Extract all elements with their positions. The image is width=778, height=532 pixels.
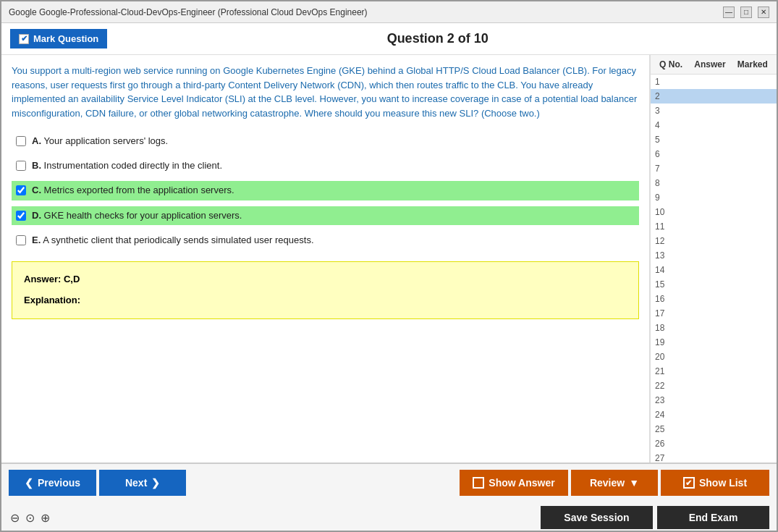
zoom-reset-button[interactable]: ⊙	[24, 510, 36, 526]
q-number: 20	[655, 352, 677, 362]
question-list-item[interactable]: 6	[651, 147, 777, 161]
option-d[interactable]: D. GKE health checks for your applicatio…	[12, 206, 639, 225]
bottom-buttons: Previous Next Show Answer Review ▼ ✔ Sho…	[1, 464, 777, 502]
q-number: 15	[655, 279, 677, 290]
q-number: 5	[655, 135, 677, 145]
q-number: 22	[655, 381, 677, 391]
mark-question-button[interactable]: ✔ Mark Question	[10, 29, 107, 48]
question-list-item[interactable]: 22	[651, 379, 777, 393]
q-number: 11	[655, 221, 677, 232]
option-a-text: A. Your application servers' logs.	[32, 135, 168, 148]
question-list-item[interactable]: 13	[651, 248, 777, 263]
question-list-item[interactable]: 12	[651, 234, 777, 248]
option-d-text: D. GKE health checks for your applicatio…	[32, 209, 242, 222]
bottom-bar: Previous Next Show Answer Review ▼ ✔ Sho…	[1, 463, 777, 532]
zoom-out-button[interactable]: ⊖	[9, 510, 21, 526]
question-list-item[interactable]: 19	[651, 335, 777, 350]
question-list-item[interactable]: 25	[651, 422, 777, 436]
maximize-button[interactable]: □	[740, 7, 752, 18]
option-b[interactable]: B. Instrumentation coded directly in the…	[12, 156, 639, 175]
q-number: 25	[655, 424, 677, 434]
q-number: 2	[655, 91, 677, 101]
option-c-text: C. Metrics exported from the application…	[32, 184, 234, 197]
prev-chevron-icon	[25, 477, 33, 489]
question-list-item[interactable]: 10	[651, 205, 777, 219]
question-list-item[interactable]: 4	[651, 118, 777, 132]
q-number: 18	[655, 323, 677, 333]
q-number: 9	[655, 193, 677, 203]
checkbox-e[interactable]	[16, 235, 26, 245]
q-number: 6	[655, 149, 677, 159]
show-list-label: Show List	[699, 477, 747, 489]
q-number: 27	[655, 453, 677, 463]
show-list-button[interactable]: ✔ Show List	[661, 470, 769, 496]
option-c[interactable]: C. Metrics exported from the application…	[12, 181, 639, 200]
question-list-item[interactable]: 2	[651, 89, 777, 104]
checkbox-b[interactable]	[16, 161, 26, 171]
question-list-item[interactable]: 3	[651, 104, 777, 118]
question-list-item[interactable]: 26	[651, 436, 777, 451]
question-list-item[interactable]: 16	[651, 292, 777, 306]
question-list-item[interactable]: 17	[651, 306, 777, 321]
option-e-text: E. A synthetic client that periodically …	[32, 234, 314, 247]
question-text: You support a multi-region web service r…	[12, 64, 639, 120]
previous-label: Previous	[38, 477, 80, 489]
checkbox-d[interactable]	[16, 211, 26, 221]
window-title: Google Google-Professional-Cloud-DevOps-…	[9, 7, 368, 17]
q-number: 14	[655, 265, 677, 275]
q-number: 3	[655, 106, 677, 116]
question-list-item[interactable]: 15	[651, 277, 777, 292]
question-list-item[interactable]: 9	[651, 190, 777, 205]
review-label: Review	[590, 477, 625, 489]
save-session-button[interactable]: Save Session	[541, 506, 653, 529]
question-list-item[interactable]: 5	[651, 132, 777, 147]
col-answer: Answer	[694, 59, 725, 69]
col-marked: Marked	[737, 59, 768, 69]
next-button[interactable]: Next	[99, 470, 186, 496]
save-session-label: Save Session	[564, 512, 629, 523]
next-label: Next	[125, 477, 147, 489]
checkbox-c[interactable]	[16, 185, 26, 195]
checkbox-a[interactable]	[16, 136, 26, 146]
show-answer-button[interactable]: Show Answer	[460, 470, 568, 496]
show-answer-label: Show Answer	[489, 477, 554, 489]
question-list-item[interactable]: 27	[651, 451, 777, 463]
question-list-item[interactable]: 21	[651, 364, 777, 379]
q-number: 12	[655, 236, 677, 246]
mark-checkbox-icon: ✔	[19, 34, 29, 44]
question-list-item[interactable]: 11	[651, 219, 777, 234]
zoom-controls[interactable]: ⊖ ⊙ ⊕	[9, 510, 51, 526]
close-button[interactable]: ✕	[758, 7, 769, 18]
option-a[interactable]: A. Your application servers' logs.	[12, 132, 639, 151]
question-list-item[interactable]: 8	[651, 176, 777, 190]
end-exam-button[interactable]: End Exam	[657, 506, 769, 529]
review-button[interactable]: Review ▼	[571, 470, 658, 496]
previous-button[interactable]: Previous	[9, 470, 96, 496]
bottom-secondary: ⊖ ⊙ ⊕ Save Session End Exam	[1, 502, 777, 532]
question-title: Question 2 of 10	[107, 31, 768, 46]
question-list-item[interactable]: 23	[651, 393, 777, 408]
right-panel-header: Q No. Answer Marked	[651, 55, 777, 75]
left-panel: You support a multi-region web service r…	[1, 55, 650, 463]
zoom-in-button[interactable]: ⊕	[39, 510, 51, 526]
window-controls[interactable]: — □ ✕	[723, 7, 769, 18]
question-list-item[interactable]: 1	[651, 75, 777, 89]
question-list-item[interactable]: 14	[651, 263, 777, 277]
answer-line: Answer: C,D	[24, 272, 627, 287]
next-chevron-icon	[151, 477, 160, 489]
question-list[interactable]: 1234567891011121314151617181920212223242…	[651, 75, 777, 463]
option-e[interactable]: E. A synthetic client that periodically …	[12, 231, 639, 250]
q-number: 17	[655, 308, 677, 318]
question-list-item[interactable]: 24	[651, 408, 777, 422]
minimize-button[interactable]: —	[723, 7, 735, 18]
right-panel: Q No. Answer Marked 12345678910111213141…	[650, 55, 777, 463]
end-exam-label: End Exam	[689, 512, 738, 523]
q-number: 13	[655, 250, 677, 261]
question-list-item[interactable]: 18	[651, 321, 777, 335]
review-arrow-icon: ▼	[629, 477, 639, 489]
question-list-item[interactable]: 7	[651, 161, 777, 176]
show-answer-icon	[473, 477, 484, 489]
col-qno: Q No.	[659, 59, 682, 69]
question-list-item[interactable]: 20	[651, 350, 777, 364]
answer-explanation: Answer: C,D Explanation:	[12, 261, 639, 319]
